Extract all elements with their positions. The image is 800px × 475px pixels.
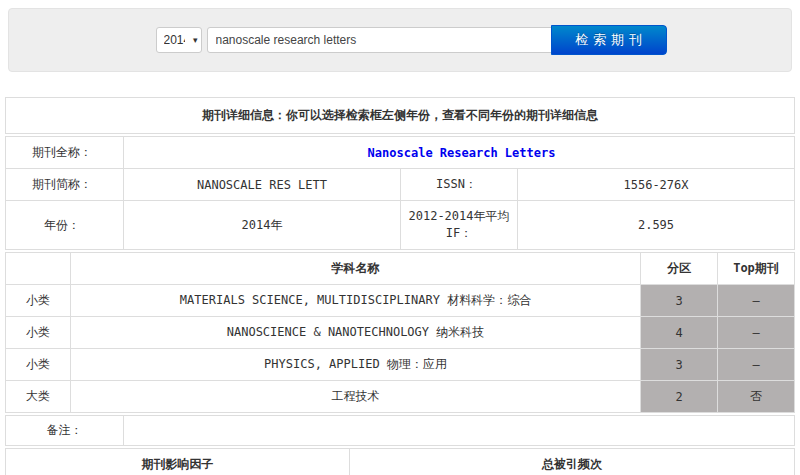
subject-row: 小类 MATERIALS SCIENCE, MULTIDISCIPLINARY … — [6, 285, 795, 317]
journal-detail-panel: 期刊详细信息：你可以选择检索框左侧年份，查看不同年份的期刊详细信息 期刊全称： … — [5, 97, 795, 475]
top-journal-cell: 否 — [718, 381, 795, 413]
journal-search-input[interactable] — [207, 27, 552, 53]
subject-table: 学科名称 分区 Top期刊 小类 MATERIALS SCIENCE, MULT… — [5, 252, 795, 413]
subject-blank-header — [6, 253, 71, 285]
cites-section-header: 总被引频次 — [350, 449, 795, 475]
avg-if-value: 2.595 — [518, 201, 795, 250]
top-journal-cell: – — [718, 285, 795, 317]
panel-title-table: 期刊详细信息：你可以选择检索框左侧年份，查看不同年份的期刊详细信息 — [5, 97, 795, 134]
note-value — [124, 416, 795, 446]
year-value: 2014年 — [124, 201, 401, 250]
short-name-label: 期刊简称： — [6, 169, 124, 201]
subject-row: 大类 工程技术 2 否 — [6, 381, 795, 413]
note-table: 备注： — [5, 415, 795, 446]
subject-header-row: 学科名称 分区 Top期刊 — [6, 253, 795, 285]
subject-name-cell: NANOSCIENCE & NANOTECHNOLOGY 纳米科技 — [71, 317, 641, 349]
if-section-header: 期刊影响因子 — [6, 449, 350, 475]
subject-row: 小类 PHYSICS, APPLIED 物理：应用 3 – — [6, 349, 795, 381]
metrics-section-header-row: 期刊影响因子 总被引频次 — [6, 449, 795, 475]
issn-label: ISSN： — [401, 169, 518, 201]
year-select-wrap: 2014 ▾ — [156, 27, 202, 53]
subject-type-cell: 小类 — [6, 285, 71, 317]
search-bar: 2014 ▾ 检索期刊 — [8, 8, 792, 72]
issn-value: 1556-276X — [518, 169, 795, 201]
partition-cell: 2 — [641, 381, 718, 413]
year-label: 年份： — [6, 201, 124, 250]
subject-type-cell: 大类 — [6, 381, 71, 413]
partition-header: 分区 — [641, 253, 718, 285]
partition-cell: 3 — [641, 349, 718, 381]
top-journal-cell: – — [718, 349, 795, 381]
year-row: 年份： 2014年 2012-2014年平均IF： 2.595 — [6, 201, 795, 250]
journal-info-table: 期刊全称： Nanoscale Research Letters 期刊简称： N… — [5, 136, 795, 250]
metrics-table: 期刊影响因子 总被引频次 2012年 2013年 2014年 2013年 201… — [5, 448, 795, 475]
search-journal-button[interactable]: 检索期刊 — [551, 25, 667, 55]
short-name-row: 期刊简称： NANOSCALE RES LETT ISSN： 1556-276X — [6, 169, 795, 201]
subject-name-cell: 工程技术 — [71, 381, 641, 413]
panel-title: 期刊详细信息：你可以选择检索框左侧年份，查看不同年份的期刊详细信息 — [6, 98, 795, 134]
partition-cell: 4 — [641, 317, 718, 349]
subject-name-cell: MATERIALS SCIENCE, MULTIDISCIPLINARY 材料科… — [71, 285, 641, 317]
subject-name-cell: PHYSICS, APPLIED 物理：应用 — [71, 349, 641, 381]
full-name-label: 期刊全称： — [6, 137, 124, 169]
subject-row: 小类 NANOSCIENCE & NANOTECHNOLOGY 纳米科技 4 – — [6, 317, 795, 349]
top-journal-cell: – — [718, 317, 795, 349]
subject-type-cell: 小类 — [6, 317, 71, 349]
note-row: 备注： — [6, 416, 795, 446]
subject-type-cell: 小类 — [6, 349, 71, 381]
note-label: 备注： — [6, 416, 124, 446]
year-select[interactable]: 2014 — [156, 27, 202, 53]
avg-if-label: 2012-2014年平均IF： — [401, 201, 518, 250]
partition-cell: 3 — [641, 285, 718, 317]
full-name-row: 期刊全称： Nanoscale Research Letters — [6, 137, 795, 169]
top-journal-header: Top期刊 — [718, 253, 795, 285]
short-name-value: NANOSCALE RES LETT — [124, 169, 401, 201]
subject-name-header: 学科名称 — [71, 253, 641, 285]
journal-full-name-link[interactable]: Nanoscale Research Letters — [368, 146, 556, 160]
